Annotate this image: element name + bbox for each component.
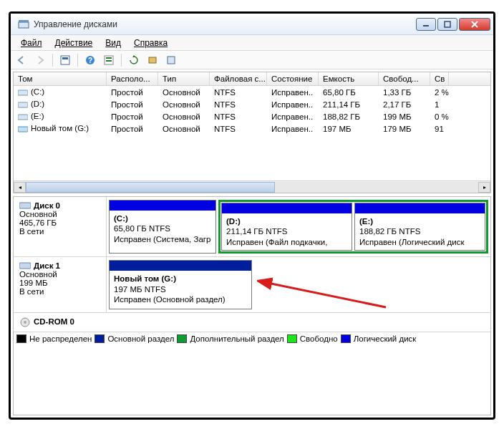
disk-row: Диск 0 Основной 465,76 ГБ В сети (C:)65,… <box>14 197 490 257</box>
col-layout[interactable]: Располо... <box>107 72 158 85</box>
minimize-button[interactable] <box>416 18 436 31</box>
menu-action[interactable]: Действие <box>49 37 99 49</box>
list-item[interactable]: (E:) ПростойОсновнойNTFSИсправен..188,82… <box>14 110 490 122</box>
legend-label: Основной раздел <box>107 334 174 343</box>
window: Управление дисками Файл Действие Вид Спр… <box>9 11 495 420</box>
legend-label: Свободно <box>300 334 338 343</box>
svg-rect-7 <box>62 57 68 59</box>
list-header: Том Располо... Тип Файловая с... Состоян… <box>14 72 490 86</box>
content-area: Том Располо... Тип Файловая с... Состоян… <box>11 69 493 418</box>
refresh-icon[interactable] <box>127 54 140 67</box>
titlebar: Управление дисками <box>11 14 493 35</box>
svg-rect-15 <box>18 90 28 95</box>
svg-rect-16 <box>18 102 28 107</box>
menu-help[interactable]: Справка <box>128 37 173 49</box>
toolbar: ? <box>11 51 493 69</box>
help-icon[interactable]: ? <box>84 54 97 67</box>
properties-icon[interactable] <box>59 54 72 67</box>
menu-view[interactable]: Вид <box>100 37 127 49</box>
svg-rect-19 <box>19 203 31 208</box>
menubar: Файл Действие Вид Справка <box>11 35 493 51</box>
disk-partitions: (C:)65,80 ГБ NTFSИсправен (Система, Загр… <box>107 197 490 256</box>
svg-rect-13 <box>149 57 156 63</box>
col-type[interactable]: Тип <box>158 72 210 85</box>
svg-rect-3 <box>445 21 450 27</box>
partition-e[interactable]: (E:)188,82 ГБ NTFSИсправен (Логический д… <box>354 203 485 251</box>
window-controls <box>416 18 490 31</box>
partition-d[interactable]: (D:)211,14 ГБ NTFSИсправен (Файл подкачк… <box>221 203 352 251</box>
list-body: (C:) ПростойОсновнойNTFSИсправен..65,80 … <box>14 86 490 180</box>
extended-partition-highlight: (D:)211,14 ГБ NTFSИсправен (Файл подкачк… <box>218 200 488 254</box>
svg-text:?: ? <box>88 57 92 64</box>
forward-button[interactable] <box>34 54 47 67</box>
legend-swatch-extended <box>177 334 187 343</box>
close-button[interactable] <box>459 18 490 31</box>
legend-label: Логический диск <box>354 334 417 343</box>
col-volume[interactable]: Том <box>14 72 107 85</box>
svg-rect-1 <box>19 20 29 22</box>
disk-row: Диск 1 Основной 199 МБ В сети Новый том … <box>14 257 490 313</box>
disk-label[interactable]: CD-ROM 0 <box>14 313 107 332</box>
disk-label[interactable]: Диск 0 Основной 465,76 ГБ В сети <box>14 197 107 256</box>
partition-g[interactable]: Новый том (G:)197 МБ NTFSИсправен (Основ… <box>109 260 252 309</box>
col-pct[interactable]: Св <box>430 72 449 85</box>
scroll-left-icon[interactable]: ◂ <box>14 182 26 193</box>
svg-rect-11 <box>106 57 112 59</box>
legend-label: Дополнительный раздел <box>190 334 284 343</box>
window-title: Управление дисками <box>34 19 416 29</box>
col-capacity[interactable]: Емкость <box>319 72 379 85</box>
volume-list: Том Располо... Тип Файловая с... Состоян… <box>13 72 491 193</box>
app-icon <box>18 19 29 30</box>
list-item[interactable]: (C:) ПростойОсновнойNTFSИсправен..65,80 … <box>14 86 490 98</box>
svg-rect-14 <box>168 57 175 64</box>
legend-swatch-unallocated <box>16 334 26 343</box>
back-button[interactable] <box>15 54 28 67</box>
svg-point-22 <box>24 321 26 324</box>
svg-rect-17 <box>18 115 28 120</box>
legend-swatch-free <box>287 334 297 343</box>
list-item[interactable]: Новый том (G:) ПростойОсновнойNTFSИсправ… <box>14 122 490 135</box>
maximize-button[interactable] <box>437 18 457 31</box>
action-icon[interactable] <box>165 54 178 67</box>
annotation-arrow-icon <box>257 277 393 313</box>
svg-rect-6 <box>61 56 69 64</box>
list-view-icon[interactable] <box>102 54 115 67</box>
svg-rect-18 <box>18 127 28 132</box>
col-free[interactable]: Свобод... <box>379 72 430 85</box>
svg-rect-20 <box>19 263 31 269</box>
col-fs[interactable]: Файловая с... <box>210 72 267 85</box>
scroll-right-icon[interactable]: ▸ <box>478 182 490 193</box>
graphical-view: Диск 0 Основной 465,76 ГБ В сети (C:)65,… <box>13 196 491 415</box>
menu-file[interactable]: Файл <box>15 37 48 49</box>
legend-swatch-primary <box>94 334 105 343</box>
scroll-thumb[interactable] <box>26 182 275 193</box>
svg-rect-0 <box>19 22 29 28</box>
partition-c[interactable]: (C:)65,80 ГБ NTFSИсправен (Система, Загр <box>109 200 216 254</box>
settings-icon[interactable] <box>146 54 159 67</box>
disk-partitions: Новый том (G:)197 МБ NTFSИсправен (Основ… <box>107 257 490 312</box>
horizontal-scrollbar[interactable]: ◂ ▸ <box>14 180 490 193</box>
list-item[interactable]: (D:) ПростойОсновнойNTFSИсправен..211,14… <box>14 98 490 110</box>
disk-label[interactable]: Диск 1 Основной 199 МБ В сети <box>14 257 107 312</box>
svg-rect-12 <box>106 60 112 62</box>
legend: Не распределен Основной раздел Дополните… <box>14 332 490 345</box>
legend-label: Не распределен <box>29 334 92 343</box>
col-status[interactable]: Состояние <box>267 72 319 85</box>
disk-row: CD-ROM 0 <box>14 313 490 332</box>
legend-swatch-logical <box>341 334 351 343</box>
